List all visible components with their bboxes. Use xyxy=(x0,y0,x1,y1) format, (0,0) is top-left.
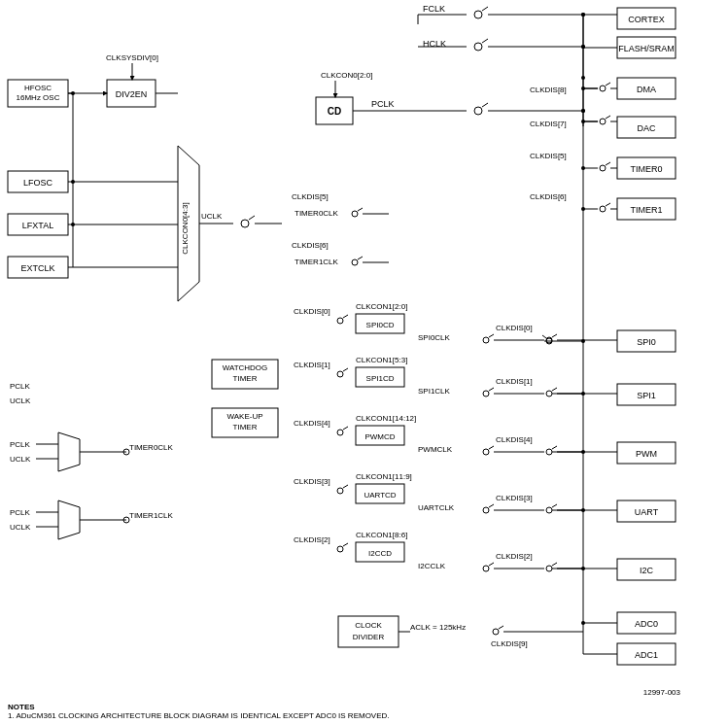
svg-text:CLKDIS[3]: CLKDIS[3] xyxy=(294,477,330,486)
svg-text:PWMCD: PWMCD xyxy=(364,432,395,441)
svg-text:CLKDIS[4]: CLKDIS[4] xyxy=(294,419,330,428)
svg-line-129 xyxy=(343,315,348,318)
svg-text:DIVIDER: DIVIDER xyxy=(353,633,385,641)
svg-point-244 xyxy=(581,508,585,512)
svg-point-160 xyxy=(337,430,343,435)
svg-text:I2CCD: I2CCD xyxy=(368,549,392,558)
svg-text:CLKCON1[2:0]: CLKCON1[2:0] xyxy=(356,302,407,311)
svg-text:ACLK = 125kHz: ACLK = 125kHz xyxy=(410,623,466,632)
svg-point-247 xyxy=(581,13,585,17)
svg-text:CLKDIS[1]: CLKDIS[1] xyxy=(294,361,330,369)
svg-line-139 xyxy=(552,334,557,337)
svg-point-150 xyxy=(483,391,489,396)
svg-line-65 xyxy=(482,39,488,43)
svg-text:TIMER1CLK: TIMER1CLK xyxy=(129,511,174,520)
svg-text:ADC1: ADC1 xyxy=(635,650,658,660)
svg-text:CLKCON1[8:6]: CLKCON1[8:6] xyxy=(356,531,407,539)
svg-text:12997-003: 12997-003 xyxy=(643,688,681,697)
svg-text:WATCHDOG: WATCHDOG xyxy=(223,363,268,372)
svg-line-96 xyxy=(606,83,610,86)
svg-line-108 xyxy=(358,208,363,211)
svg-point-154 xyxy=(546,391,552,396)
svg-text:UCLK: UCLK xyxy=(201,212,223,221)
svg-text:TIMER0CLK: TIMER0CLK xyxy=(295,209,339,218)
svg-text:SPI0CLK: SPI0CLK xyxy=(418,333,451,342)
svg-point-192 xyxy=(337,546,343,552)
svg-line-102 xyxy=(606,116,610,119)
svg-text:CLKCON1[14:12]: CLKCON1[14:12] xyxy=(356,414,416,423)
svg-text:CLKDIS[1]: CLKDIS[1] xyxy=(496,377,533,386)
svg-point-241 xyxy=(581,339,585,343)
svg-point-64 xyxy=(474,43,482,51)
svg-point-249 xyxy=(581,109,585,113)
svg-point-238 xyxy=(581,120,585,123)
svg-text:CLKCON0[2:0]: CLKCON0[2:0] xyxy=(321,71,372,80)
svg-line-119 xyxy=(358,257,363,259)
svg-text:SPI0: SPI0 xyxy=(637,337,656,347)
svg-line-213 xyxy=(499,626,503,629)
svg-point-22 xyxy=(71,180,75,184)
svg-text:FLASH/SRAM: FLASH/SRAM xyxy=(618,44,675,53)
svg-point-29 xyxy=(241,220,249,227)
svg-text:TIMER1: TIMER1 xyxy=(630,205,662,215)
svg-point-113 xyxy=(600,165,606,171)
svg-text:DMA: DMA xyxy=(637,85,656,94)
notes-line1: 1. ADuCM361 CLOCKING ARCHITECTURE BLOCK … xyxy=(8,711,390,720)
svg-point-170 xyxy=(546,449,552,455)
svg-line-145 xyxy=(343,368,348,371)
svg-line-203 xyxy=(552,563,557,566)
svg-text:CLKCON1[11:9]: CLKCON1[11:9] xyxy=(356,472,412,481)
svg-text:PWM: PWM xyxy=(636,449,657,459)
svg-line-77 xyxy=(482,103,488,107)
svg-text:CLKCON0[4:3]: CLKCON0[4:3] xyxy=(181,202,190,254)
svg-text:CLKDIS[6]: CLKDIS[6] xyxy=(530,192,567,201)
svg-line-60 xyxy=(482,7,488,11)
svg-line-114 xyxy=(606,162,610,165)
svg-text:CLKDIS[8]: CLKDIS[8] xyxy=(530,86,567,94)
svg-point-212 xyxy=(493,629,499,635)
svg-text:I2C: I2C xyxy=(640,566,654,575)
svg-point-144 xyxy=(337,371,343,377)
svg-line-183 xyxy=(489,504,494,507)
svg-text:CD: CD xyxy=(328,106,341,117)
svg-point-134 xyxy=(483,337,489,343)
svg-point-245 xyxy=(581,567,585,570)
svg-text:CLKDIS[5]: CLKDIS[5] xyxy=(530,152,567,160)
svg-marker-44 xyxy=(58,500,80,539)
svg-text:16MHz OSC: 16MHz OSC xyxy=(17,93,60,102)
notes-section: NOTES 1. ADuCM361 CLOCKING ARCHITECTURE … xyxy=(8,703,390,720)
svg-marker-36 xyxy=(58,432,80,471)
svg-line-187 xyxy=(552,504,557,507)
svg-text:UCLK: UCLK xyxy=(10,523,31,532)
svg-text:CLKDIS[5]: CLKDIS[5] xyxy=(292,192,329,201)
svg-text:DIV2EN: DIV2EN xyxy=(116,89,148,99)
svg-line-125 xyxy=(606,203,610,206)
svg-point-118 xyxy=(352,259,358,265)
svg-text:CLKDIS[2]: CLKDIS[2] xyxy=(294,535,330,544)
notes-heading: NOTES xyxy=(8,703,35,711)
svg-text:SPI0CD: SPI0CD xyxy=(366,321,395,329)
svg-text:CLKDIS[3]: CLKDIS[3] xyxy=(496,494,533,502)
svg-line-30 xyxy=(249,216,255,220)
svg-point-198 xyxy=(483,566,489,571)
svg-point-107 xyxy=(352,211,358,217)
svg-text:UARTCD: UARTCD xyxy=(364,491,396,500)
svg-point-95 xyxy=(600,86,606,91)
svg-text:DAC: DAC xyxy=(637,123,656,133)
svg-point-242 xyxy=(581,392,585,396)
svg-line-161 xyxy=(343,427,348,430)
svg-point-101 xyxy=(600,119,606,124)
svg-text:UARTCLK: UARTCLK xyxy=(418,503,455,512)
svg-text:CLKDIS[7]: CLKDIS[7] xyxy=(530,120,567,128)
svg-text:SPI1CLK: SPI1CLK xyxy=(418,387,451,396)
svg-text:CLKCON1[5:3]: CLKCON1[5:3] xyxy=(356,356,407,364)
svg-text:CLOCK: CLOCK xyxy=(355,621,382,630)
svg-text:CLKDIS[0]: CLKDIS[0] xyxy=(294,307,330,316)
svg-text:HFOSC: HFOSC xyxy=(24,84,52,92)
svg-text:PCLK: PCLK xyxy=(10,508,31,517)
svg-text:EXTCLK: EXTCLK xyxy=(20,263,54,273)
svg-line-232 xyxy=(542,335,546,338)
svg-line-167 xyxy=(489,446,494,449)
svg-text:PCLK: PCLK xyxy=(10,382,31,391)
svg-point-243 xyxy=(581,450,585,454)
